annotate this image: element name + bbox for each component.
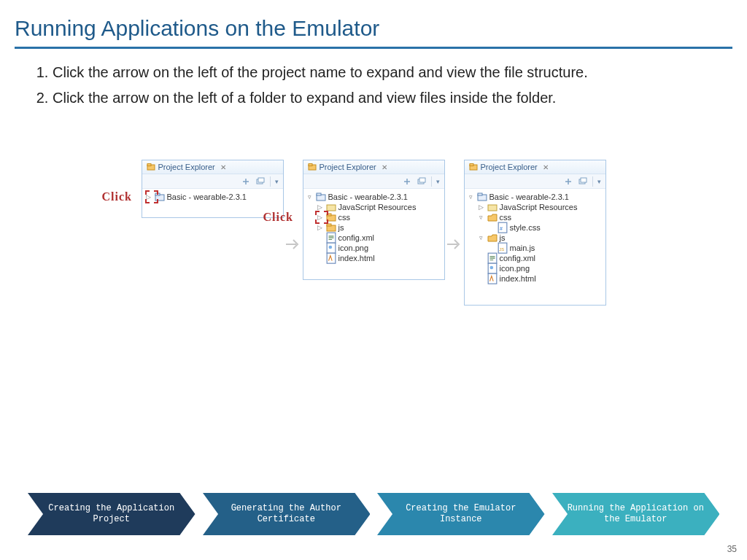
tree-panel-3: ▿ Basic - wearable-2.3.1 ▷JavaScript Res… [465,189,605,291]
css-file-icon: # [498,223,508,232]
project-node-expanded[interactable]: ▿ Basic - wearable-2.3.1 [306,192,441,202]
svg-text:#: # [499,226,502,231]
svg-rect-5 [155,193,160,195]
step-chevron-1: Creating the Application Project [28,493,196,535]
tree-item-label: css [500,213,512,222]
page-number: 35 [727,544,737,554]
instructions-block: Click the arrow on the left of the proje… [0,62,747,109]
tree-panel-2: ▿ Basic - wearable-2.3.1 ▷JavaScript Res… [303,189,444,271]
title-underline [15,47,732,49]
expand-arrow-icon[interactable]: ▷ [145,193,152,201]
view-menu-icon[interactable]: ▾ [436,178,440,185]
instruction-1: Click the arrow on the left of the proje… [53,62,712,83]
panel-toolbar: ▾ [303,174,444,189]
tree-item[interactable]: ▷JSmain.js [488,243,603,253]
collapse-all-icon[interactable] [255,176,266,187]
panel-tab-label: Project Explorer [481,163,538,171]
panel-3-wrap: Project Explorer ✕ ▾ ▿ Basic - wearable-… [464,160,606,306]
tree-item-label: config.xml [338,233,375,242]
tree-item-label: icon.png [338,244,369,252]
tree-item-label: JavaScript Resources [338,203,417,211]
tree-item[interactable]: ▷index.html [317,253,441,263]
tree-item-label: JavaScript Resources [500,203,578,211]
expand-arrow-icon[interactable]: ▷ [317,214,324,221]
svg-rect-14 [327,214,331,216]
svg-rect-11 [317,193,321,195]
tree-item-label: css [338,213,351,222]
project-explorer-panel-1: Project Explorer ✕ ▾ ▷ Basic - wearable-… [142,160,284,218]
panels-row: Click Project Explorer ✕ ▾ ▷ [0,160,747,306]
expand-arrow-icon[interactable]: ▷ [478,203,485,211]
tree-item[interactable]: ▷css [317,212,441,222]
panel-tab[interactable]: Project Explorer ✕ [303,160,444,174]
link-editor-icon[interactable] [241,176,251,187]
library-icon [326,203,336,211]
tree-item-label: index.html [338,254,375,262]
folder-open-icon [487,233,498,242]
tree-item[interactable]: ▷index.html [478,273,603,284]
tree-panel-1: ▷ Basic - wearable-2.3.1 [142,189,283,209]
click-annotation-1: Click [102,190,132,203]
library-icon [487,203,498,211]
close-icon[interactable]: ✕ [382,163,387,171]
xml-file-icon [487,254,498,262]
tree-item[interactable]: ▿css [478,212,603,222]
tree-item[interactable]: ▷JavaScript Resources [317,202,441,212]
close-icon[interactable]: ✕ [543,163,549,171]
project-icon [477,192,487,201]
image-file-icon [326,244,336,252]
project-node-collapsed[interactable]: ▷ Basic - wearable-2.3.1 [145,192,280,202]
close-icon[interactable]: ✕ [220,163,226,171]
project-explorer-icon [469,163,478,171]
image-file-icon [487,264,498,273]
project-node-expanded[interactable]: ▿ Basic - wearable-2.3.1 [468,192,603,202]
collapse-all-icon[interactable] [417,176,427,187]
project-explorer-panel-3: Project Explorer ✕ ▾ ▿ Basic - wearable-… [464,160,606,306]
svg-rect-12 [327,205,336,211]
collapse-arrow-icon[interactable]: ▿ [478,214,485,221]
tree-item[interactable]: ▷#style.css [488,222,603,233]
folder-icon [326,213,336,222]
tree-item-label: config.xml [500,254,536,262]
collapse-all-icon[interactable] [578,176,588,187]
html-file-icon [326,254,336,262]
tree-item-label: main.js [510,244,535,252]
process-steps: Creating the Application Project Generat… [28,493,719,535]
panel-tab[interactable]: Project Explorer ✕ [465,160,605,174]
tree-item-label: js [500,233,506,242]
click-annotation-2: Click [263,211,293,224]
folder-open-icon [487,213,498,222]
view-menu-icon[interactable]: ▾ [275,178,279,185]
panel-1-wrap: Click Project Explorer ✕ ▾ ▷ [142,160,284,306]
collapse-arrow-icon[interactable]: ▿ [478,234,485,241]
collapse-arrow-icon[interactable]: ▿ [468,193,475,201]
view-menu-icon[interactable]: ▾ [597,178,601,185]
tree-item[interactable]: ▿js [478,233,603,243]
svg-rect-9 [419,178,425,182]
collapse-arrow-icon[interactable]: ▿ [306,193,314,201]
project-explorer-icon [308,163,317,171]
svg-rect-7 [309,164,312,166]
link-editor-icon[interactable] [402,176,412,187]
panel-toolbar: ▾ [142,174,283,189]
expand-arrow-icon[interactable]: ▷ [317,224,324,231]
link-editor-icon[interactable] [563,176,573,187]
panel-tab-label: Project Explorer [320,163,376,171]
svg-rect-3 [258,178,264,182]
step-chevron-2: Generating the Author Certificate [203,493,371,535]
tree-item-label: icon.png [500,264,530,273]
svg-rect-22 [470,164,473,166]
step-label: Running the Application on the Emulator [552,503,720,525]
instruction-2: Click the arrow on the left of a folder … [53,88,712,109]
panel-tab[interactable]: Project Explorer ✕ [142,160,283,174]
tree-item[interactable]: ▷JavaScript Resources [478,202,603,212]
project-icon [155,192,165,201]
expand-arrow-icon[interactable]: ▷ [317,203,324,211]
panel-2-wrap: Click Project Explorer ✕ ▾ ▿ [303,160,445,306]
panel-toolbar: ▾ [465,174,605,189]
tree-item-label: style.css [510,223,541,232]
tree-item-label: index.html [500,274,536,283]
html-file-icon [487,274,498,283]
svg-point-19 [328,246,332,249]
step-label: Creating the Application Project [28,503,196,525]
